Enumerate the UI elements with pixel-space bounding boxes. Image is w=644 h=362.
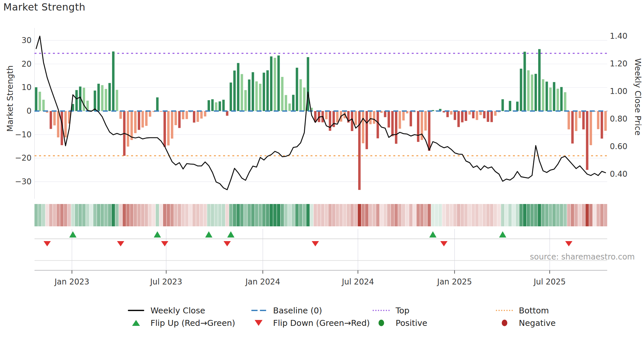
heatmap-cell: [288, 204, 291, 226]
heatmap-cell: [582, 204, 585, 226]
strength-bar: [204, 111, 206, 116]
heatmap-cell: [417, 204, 420, 226]
heatmap-cell: [104, 204, 107, 226]
strength-bar: [501, 99, 504, 111]
heatmap-cell: [45, 204, 49, 226]
strength-bar: [208, 100, 210, 111]
strength-bar: [494, 111, 496, 116]
legend-item-flip-up: Flip Up (Red→Green): [126, 317, 235, 328]
heatmap-cell: [343, 204, 346, 226]
negative-dot-icon: [494, 320, 515, 326]
strength-bar: [586, 111, 588, 170]
heatmap-cell: [141, 204, 144, 226]
bottom-dotted-line-icon: [494, 310, 515, 311]
strength-bar: [589, 111, 592, 145]
strength-bar: [604, 111, 607, 131]
heatmap-cell: [431, 204, 434, 226]
legend-label: Baseline (0): [273, 306, 322, 315]
legend-item-weekly-close: Weekly Close: [126, 305, 205, 316]
legend-label: Bottom: [519, 306, 549, 315]
flip-down-marker: [117, 241, 124, 246]
heatmap-cell: [516, 204, 519, 226]
x-tick-label: Jan 2025: [437, 277, 472, 286]
heatmap-cell: [475, 204, 479, 226]
strength-bar: [119, 111, 122, 119]
strength-bar: [156, 97, 158, 111]
strength-bar: [171, 111, 173, 139]
strength-bar: [384, 111, 386, 117]
y-tick-label-right: 0.60: [610, 142, 627, 151]
strength-bar: [538, 49, 540, 111]
figure-market-strength: Market Strength Market Strength Weekly C…: [0, 0, 644, 362]
baseline-dash-icon: [248, 310, 269, 311]
flip-up-marker: [69, 231, 77, 238]
flip-down-marker: [44, 241, 51, 246]
heatmap-cell: [549, 204, 552, 226]
heatmap-cell: [38, 204, 41, 226]
strength-bar: [296, 68, 298, 111]
heatmap-cell: [501, 204, 504, 226]
y-tick-label-left: −10: [15, 130, 32, 139]
flip-up-marker: [227, 231, 235, 238]
legend-label: Top: [396, 306, 409, 315]
heatmap-cell: [178, 204, 181, 226]
x-tick-label: Jul 2023: [150, 277, 182, 286]
heatmap-cell: [269, 204, 273, 226]
heatmap-cell: [347, 204, 350, 226]
heatmap-cell: [497, 204, 501, 226]
heatmap-cell: [244, 204, 247, 226]
x-tick-label: Jul 2025: [533, 277, 566, 286]
heatmap-cell: [512, 204, 515, 226]
heatmap-cell: [303, 204, 306, 226]
heatmap-cell: [284, 204, 288, 226]
heatmap-cell: [42, 204, 45, 226]
legend-item-bottom: Bottom: [494, 305, 549, 316]
heatmap-cell: [145, 204, 148, 226]
heatmap-cell: [527, 204, 530, 226]
strength-bar: [167, 111, 170, 146]
heatmap-cell: [222, 204, 225, 226]
heatmap-cell: [405, 204, 409, 226]
strength-bar: [127, 111, 129, 147]
heatmap-cell: [571, 204, 574, 226]
heatmap-cell: [93, 204, 97, 226]
y-tick-label-right: 0.40: [610, 170, 627, 179]
flip-up-marker: [499, 231, 506, 238]
heatmap-cell: [464, 204, 468, 226]
flip-down-marker: [565, 241, 572, 246]
heatmap-cell: [167, 204, 170, 226]
heatmap-cell: [207, 204, 210, 226]
heatmap-cell: [538, 204, 541, 226]
heatmap-cell: [383, 204, 387, 226]
heatmap-cell: [64, 204, 67, 226]
y-tick-label-left: 30: [21, 36, 32, 45]
heatmap-cell: [483, 204, 486, 226]
heatmap-cell: [79, 204, 82, 226]
strength-bar: [200, 111, 202, 119]
heatmap-cell: [215, 204, 218, 226]
heatmap-cell: [240, 204, 243, 226]
heatmap-cell: [358, 204, 361, 226]
heatmap-cell: [442, 204, 446, 226]
y-tick-label-left: 0: [27, 106, 32, 116]
flip-down-marker: [440, 241, 448, 246]
heatmap-cell: [350, 204, 354, 226]
strength-bar: [388, 111, 390, 127]
source-note: source: sharemaestro.com: [530, 252, 635, 261]
strength-bar: [97, 84, 100, 111]
heatmap-cell: [505, 204, 508, 226]
strength-bar: [266, 70, 269, 111]
strength-bar: [373, 111, 375, 124]
top-dotted-line-icon: [371, 310, 392, 311]
heatmap-cell: [596, 204, 600, 226]
legend-label: Negative: [519, 318, 556, 328]
strength-bar: [64, 111, 67, 137]
flip-down-marker: [161, 241, 168, 246]
strength-bar: [263, 73, 265, 111]
flip-up-marker: [429, 231, 436, 238]
strength-bar: [35, 87, 37, 111]
legend-label: Positive: [396, 318, 427, 328]
strength-bar: [575, 111, 577, 131]
heatmap-cell: [508, 204, 512, 226]
heatmap-cell: [137, 204, 141, 226]
